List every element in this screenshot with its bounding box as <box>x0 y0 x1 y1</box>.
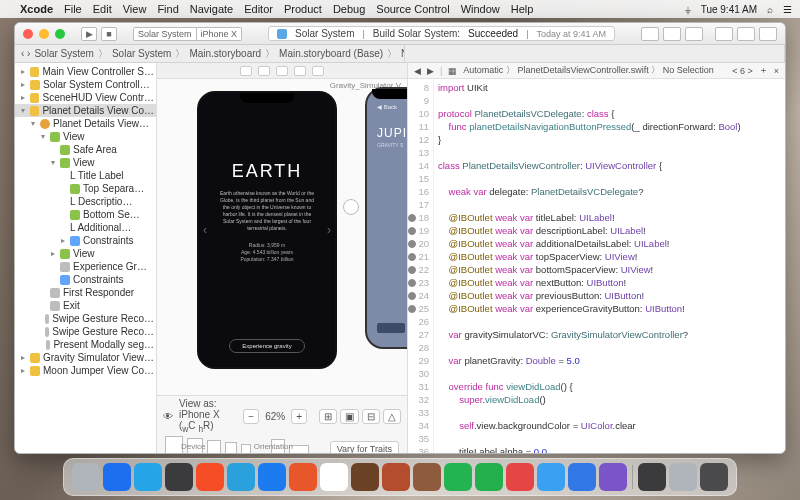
nav-item[interactable]: L Title Label <box>15 169 156 182</box>
code-body[interactable]: import UIKit protocol PlanetDetailsVCDel… <box>434 79 785 453</box>
jump-bar-left[interactable]: ‹ › Solar System 〉 Solar System 〉 Main.s… <box>15 45 405 62</box>
menu-source-control[interactable]: Source Control <box>376 3 449 15</box>
crumb[interactable]: Automatic <box>463 65 503 75</box>
spotlight-icon[interactable]: ⌕ <box>767 4 773 15</box>
menu-items[interactable]: XcodeFileEditViewFindNavigateEditorProdu… <box>20 3 544 15</box>
crumb[interactable]: No Selection <box>663 65 714 75</box>
nav-item[interactable]: ▾View <box>15 156 156 169</box>
stop-button[interactable]: ■ <box>101 27 117 41</box>
assistant-editor[interactable]: ◀▶ |▦ Automatic 〉 PlanetDetailsViewContr… <box>407 63 785 453</box>
dock-app-10[interactable] <box>382 463 410 491</box>
interface-builder-canvas[interactable]: Gravity_Simulator V ‹ › EARTH Earth othe… <box>157 63 407 453</box>
nav-item[interactable]: Present Modally seg… <box>15 338 156 351</box>
minimize-icon[interactable] <box>39 29 49 39</box>
nav-item[interactable]: Swipe Gesture Reco… <box>15 325 156 338</box>
line-gutter[interactable]: 8910111213141516171819202122232425262728… <box>408 79 434 453</box>
nav-item[interactable]: ▸Solar System Controll… <box>15 78 156 91</box>
dock-app-13[interactable] <box>475 463 503 491</box>
dock-app-2[interactable] <box>134 463 162 491</box>
dock-app-21[interactable] <box>700 463 728 491</box>
dock-app-4[interactable] <box>196 463 224 491</box>
crumb[interactable]: Main.storyboard (Base) <box>279 48 383 59</box>
constraints-icons[interactable]: ⊞▣⊟△ <box>319 409 401 424</box>
nav-back-icon[interactable]: ◀ <box>414 66 421 76</box>
view-as-label[interactable]: View as: iPhone X (wC hR) <box>179 398 231 434</box>
nav-item[interactable]: ▸Main View Controller S… <box>15 65 156 78</box>
dock-app-17[interactable] <box>599 463 627 491</box>
phone-preview-jupiter[interactable]: ◀ Back JUPIT GRAVITY S <box>365 87 407 349</box>
zoom-out-button[interactable]: − <box>243 409 259 424</box>
dock-app-16[interactable] <box>568 463 596 491</box>
crumb[interactable]: Solar System <box>112 48 171 59</box>
ib-canvas-area[interactable]: Gravity_Simulator V ‹ › EARTH Earth othe… <box>157 79 407 395</box>
close-editor-icon[interactable]: × <box>774 66 779 76</box>
nav-item[interactable]: Swipe Gesture Reco… <box>15 312 156 325</box>
jump-bar-right[interactable] <box>405 45 785 62</box>
zoom-in-button[interactable]: + <box>291 409 307 424</box>
dock-app-12[interactable] <box>444 463 472 491</box>
nav-item[interactable]: L Descriptio… <box>15 195 156 208</box>
experience-gravity-button[interactable]: Experience gravity <box>229 339 304 353</box>
dock-app-6[interactable] <box>258 463 286 491</box>
vary-for-traits-button[interactable]: Vary for Traits <box>330 441 399 454</box>
nav-item[interactable]: L Additional… <box>15 221 156 234</box>
dock-app-14[interactable] <box>506 463 534 491</box>
crumb[interactable]: Solar System <box>34 48 93 59</box>
nav-item[interactable]: ▾Planet Details View Co… <box>15 104 156 117</box>
menu-debug[interactable]: Debug <box>333 3 365 15</box>
dock-app-8[interactable] <box>320 463 348 491</box>
menu-window[interactable]: Window <box>461 3 500 15</box>
menu-file[interactable]: File <box>64 3 82 15</box>
zoom-level[interactable]: 62% <box>265 411 285 422</box>
phone-preview-earth[interactable]: ‹ › EARTH Earth otherwise known as the W… <box>197 91 337 369</box>
dock-app-1[interactable] <box>103 463 131 491</box>
nav-item[interactable]: ▸Moon Jumper View Co… <box>15 364 156 377</box>
dock-app-3[interactable] <box>165 463 193 491</box>
menu-xcode[interactable]: Xcode <box>20 3 53 15</box>
counterpart-stepper[interactable]: < 6 > <box>732 66 753 76</box>
nav-item[interactable]: Safe Area <box>15 143 156 156</box>
run-button[interactable]: ▶ <box>81 27 97 41</box>
ib-scene-toolbar[interactable] <box>157 63 407 79</box>
back-button[interactable]: ◀ Back <box>377 103 407 110</box>
menu-find[interactable]: Find <box>157 3 178 15</box>
nav-item[interactable]: Experience Gr… <box>15 260 156 273</box>
window-controls[interactable] <box>23 29 65 39</box>
dock[interactable] <box>63 458 737 496</box>
dock-app-9[interactable] <box>351 463 379 491</box>
crumb[interactable]: Main.storyboard <box>189 48 261 59</box>
nav-item[interactable]: ▸SceneHUD View Contr… <box>15 91 156 104</box>
menu-view[interactable]: View <box>123 3 147 15</box>
source-code[interactable]: 8910111213141516171819202122232425262728… <box>408 79 785 453</box>
jump-bar[interactable]: ‹ › Solar System 〉 Solar System 〉 Main.s… <box>15 45 785 63</box>
add-editor-icon[interactable]: ＋ <box>759 64 768 77</box>
panel-toggle-buttons[interactable] <box>715 27 777 41</box>
nav-item[interactable]: Top Separa… <box>15 182 156 195</box>
crumb[interactable]: PlanetDetailsViewController.swift <box>517 65 648 75</box>
menu-help[interactable]: Help <box>511 3 534 15</box>
editor-mode-buttons[interactable] <box>641 27 703 41</box>
editor-jump-bar[interactable]: ◀▶ |▦ Automatic 〉 PlanetDetailsViewContr… <box>408 63 785 79</box>
dock-app-11[interactable] <box>413 463 441 491</box>
nav-item[interactable]: ▾View <box>15 130 156 143</box>
dock-app-0[interactable] <box>72 463 100 491</box>
ib-device-bar[interactable]: 👁 View as: iPhone X (wC hR) − 62% + ⊞▣⊟△ <box>157 395 407 453</box>
nav-item[interactable]: ▸Gravity Simulator View… <box>15 351 156 364</box>
menu-editor[interactable]: Editor <box>244 3 273 15</box>
nav-item[interactable]: ▾Planet Details View… <box>15 117 156 130</box>
nav-item[interactable]: Exit <box>15 299 156 312</box>
dock-app-7[interactable] <box>289 463 317 491</box>
nav-item[interactable]: ▸Constraints <box>15 234 156 247</box>
dock-app-20[interactable] <box>669 463 697 491</box>
menu-product[interactable]: Product <box>284 3 322 15</box>
nav-item[interactable]: First Responder <box>15 286 156 299</box>
scheme-selector[interactable]: Solar System iPhone X <box>133 27 242 41</box>
eye-icon[interactable]: 👁 <box>163 411 173 422</box>
segue-icon[interactable] <box>343 199 359 215</box>
nav-item[interactable]: Constraints <box>15 273 156 286</box>
zoom-icon[interactable] <box>55 29 65 39</box>
menu-edit[interactable]: Edit <box>93 3 112 15</box>
menu-navigate[interactable]: Navigate <box>190 3 233 15</box>
nav-fwd-icon[interactable]: ▶ <box>427 66 434 76</box>
device[interactable]: iPhone X <box>197 27 243 41</box>
